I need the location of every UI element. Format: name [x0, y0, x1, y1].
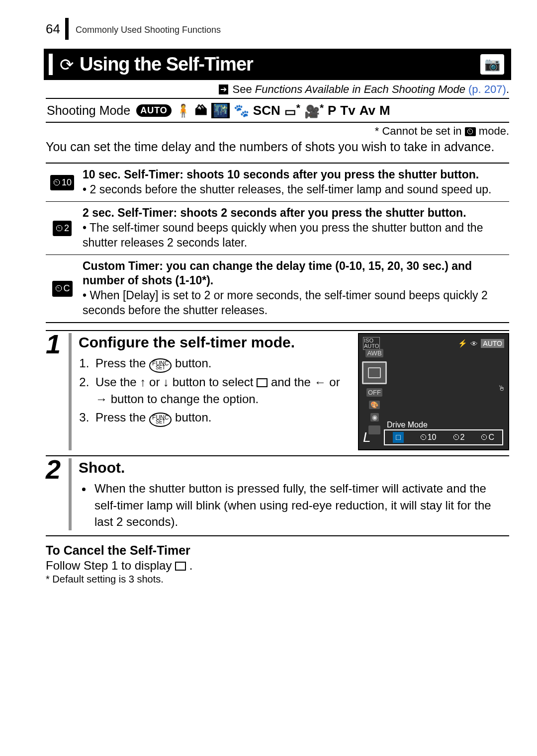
mode-scn: SCN	[253, 103, 280, 118]
mode-tv: Tv	[340, 103, 355, 118]
lcd-opt-custom: ⏲C	[480, 433, 494, 442]
see-prefix: See	[233, 83, 255, 95]
func-set-button-icon: FUNCSET	[149, 413, 172, 427]
mode-restricted-icon: ⏲	[465, 127, 476, 136]
mode-av: Av	[359, 103, 375, 118]
see-dot: .	[506, 83, 509, 95]
step-2-number: 2	[46, 458, 72, 530]
step-2-title: Shoot.	[79, 459, 509, 476]
mode-p: P	[328, 103, 336, 118]
step-1-number: 1	[46, 333, 72, 450]
list-item: Press the FUNCSET button.	[92, 409, 349, 427]
breadcrumb: Commonly Used Shooting Functions	[76, 23, 221, 35]
portrait-icon: 🧍	[176, 103, 191, 118]
kids-pets-icon: 🐾	[234, 103, 249, 118]
table-row: ⏲C Custom Timer: you can change the dela…	[46, 254, 509, 323]
mode-m: M	[379, 103, 390, 118]
timer-modes-table: ⏲10 10 sec. Self-Timer: shoots 10 second…	[46, 163, 509, 323]
timer-10-title: 10 sec. Self-Timer: shoots 10 seconds af…	[83, 168, 479, 181]
lcd-screenshot: ISO AUTO ⚡ 👁 AUTO AWB OFF 🎨 ◉ 🖱 Dr	[358, 333, 509, 450]
table-row: ⏲2 2 sec. Self-Timer: shoots 2 seconds a…	[46, 201, 509, 254]
single-shot-icon	[175, 562, 186, 571]
list-item: Press the FUNCSET button.	[92, 355, 349, 373]
timer-custom-bullet: When [Delay] is set to 2 or more seconds…	[83, 289, 488, 317]
timer-2-icon: ⏲2	[53, 221, 72, 236]
self-timer-icon: ⟳	[60, 55, 74, 75]
asterisk-note: * Cannot be set in ⏲ mode.	[46, 125, 509, 138]
lcd-drive-options: □ ⏲10 ⏲2 ⏲C	[384, 429, 503, 445]
section-title: Using the Self-Timer	[80, 54, 480, 75]
single-shot-icon	[257, 378, 268, 387]
lcd-effect-icon: 🎨	[369, 401, 380, 409]
lcd-opt-single: □	[393, 432, 404, 443]
landscape-icon: 🏔	[195, 103, 207, 118]
func-set-button-icon: FUNCSET	[149, 358, 172, 373]
lcd-opt-2s: ⏲2	[452, 433, 465, 442]
movie-icon: 🎥*	[304, 102, 324, 119]
section-title-bar: ⟳ Using the Self-Timer 📷	[44, 49, 511, 80]
timer-2-title: 2 sec. Self-Timer: shoots 2 seconds afte…	[83, 206, 466, 219]
step-1: 1 Configure the self-timer mode. Press t…	[46, 330, 509, 456]
see-reference: ➔ See Functions Available in Each Shooti…	[46, 83, 509, 96]
stitch-icon: ▭*	[284, 102, 300, 119]
lcd-size-l: L	[363, 429, 371, 445]
timer-2-bullet: The self-timer sound beeps quickly when …	[83, 221, 483, 249]
cancel-heading: To Cancel the Self-Timer	[46, 543, 509, 558]
timer-custom-icon: ⏲C	[52, 281, 73, 296]
mode-icons: AUTO 🧍 🏔 🌃 🐾 SCN ▭* 🎥* P Tv Av M	[136, 102, 390, 119]
lcd-redeye-icon: 👁	[470, 339, 478, 348]
left-arrow-icon: ←	[314, 375, 326, 389]
timer-custom-title: Custom Timer: you can change the delay t…	[83, 259, 472, 287]
lcd-drive-ring-icon	[362, 361, 387, 384]
right-arrow-icon: →	[95, 392, 107, 406]
arrow-icon: ➔	[219, 84, 228, 94]
lcd-opt-10s: ⏲10	[420, 433, 437, 442]
see-page-ref[interactable]: (p. 207)	[468, 83, 506, 95]
lcd-mouse-icon: 🖱	[498, 384, 505, 392]
shooting-mode-row: Shooting Mode AUTO 🧍 🏔 🌃 🐾 SCN ▭* 🎥* P T…	[46, 98, 509, 123]
lcd-auto-chip: AUTO	[481, 339, 504, 348]
lcd-flash-icon: ⚡	[458, 339, 467, 348]
list-item: When the shutter button is pressed fully…	[92, 480, 509, 530]
timer-10-bullet: 2 seconds before the shutter releases, t…	[90, 183, 491, 196]
step-1-list: Press the FUNCSET button. Use the ↑ or ↓…	[79, 355, 349, 427]
timer-10-icon: ⏲10	[50, 175, 74, 190]
camera-icon: 📷	[480, 54, 504, 75]
asterisk-note-prefix: * Cannot be set in	[375, 125, 465, 137]
up-arrow-icon: ↑	[140, 375, 146, 389]
title-accent	[49, 54, 53, 75]
lcd-meter-icon: ◉	[370, 413, 379, 421]
shooting-mode-label: Shooting Mode	[47, 103, 130, 118]
down-arrow-icon: ↓	[163, 375, 169, 389]
step-2: 2 Shoot. When the shutter button is pres…	[46, 456, 509, 536]
lcd-awb-icon: AWB	[365, 349, 383, 357]
footnote: * Default setting is 3 shots.	[46, 574, 509, 585]
table-row: ⏲10 10 sec. Self-Timer: shoots 10 second…	[46, 163, 509, 201]
list-item: Use the ↑ or ↓ button to select and the …	[92, 374, 349, 409]
lcd-off-icon: OFF	[366, 388, 382, 397]
page-number-wrap: 64	[46, 18, 69, 40]
lcd-drive-label: Drive Mode	[387, 420, 428, 429]
see-link-text: Functions Available in Each Shooting Mod…	[255, 83, 465, 95]
cancel-instruction: Follow Step 1 to display .	[46, 559, 509, 573]
step-1-title: Configure the self-timer mode.	[79, 334, 349, 351]
intro-paragraph: You can set the time delay and the numbe…	[46, 139, 509, 156]
page-number: 64	[46, 21, 60, 37]
step-2-list: When the shutter button is pressed fully…	[79, 480, 509, 530]
mode-auto-icon: AUTO	[136, 104, 172, 117]
asterisk-note-suffix: mode.	[479, 125, 509, 137]
page-header: 64 Commonly Used Shooting Functions	[46, 18, 509, 40]
night-snapshot-icon: 🌃	[211, 103, 230, 118]
lcd-iso-icon: ISO AUTO	[363, 337, 380, 350]
